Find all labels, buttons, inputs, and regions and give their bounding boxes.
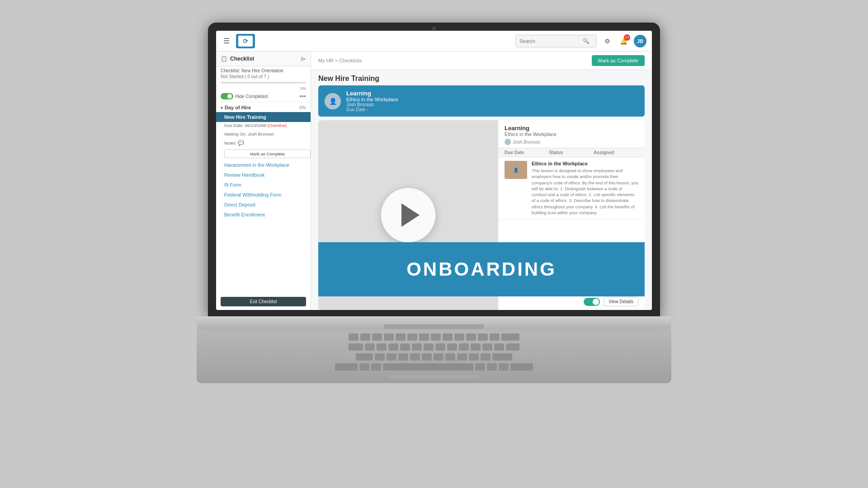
spacebar-key — [383, 363, 473, 371]
hamburger-menu[interactable]: ☰ — [222, 35, 231, 47]
key — [457, 353, 467, 361]
item-label-review-handbook: Review Handbook — [224, 172, 264, 178]
mark-as-complete-button[interactable]: Mark as Complete — [592, 55, 645, 66]
key — [412, 343, 422, 351]
page-title: New Hire Training — [311, 70, 652, 85]
item-detail-notes: Notes: 💬 — [216, 139, 311, 149]
sidebar-item-benefit-enrollment[interactable]: Benefit Enrollment — [216, 210, 311, 220]
avatar-placeholder: 👤 — [325, 93, 341, 109]
key — [375, 353, 385, 361]
key — [396, 333, 406, 341]
key — [443, 333, 453, 341]
breadcrumb-checklists[interactable]: Checklists — [339, 58, 362, 63]
user-dot-icon — [505, 139, 511, 145]
key — [445, 353, 455, 361]
exit-checklist-button[interactable]: Exit Checklist — [221, 297, 306, 306]
toggle-oval[interactable] — [221, 93, 233, 99]
key — [359, 363, 369, 371]
item-label-federal-withholding: Federal Withholding Form — [224, 192, 282, 197]
sidebar-item-i9-form[interactable]: I9 Form — [216, 180, 311, 190]
key — [407, 333, 417, 341]
keyboard-row-2 — [349, 343, 519, 351]
laptop-shell: ☰ ⟳ 🔍 ⚙ 🔔 — [197, 23, 671, 465]
checklist-doc-icon: 📋 — [221, 56, 227, 62]
app-body: 📋 Checklist ⊳ Checklist: New Hire Orient… — [216, 52, 652, 310]
breadcrumb-my-hr[interactable]: My HR — [318, 58, 334, 63]
search-icon: 🔍 — [583, 38, 590, 44]
key — [435, 343, 445, 351]
key — [387, 353, 396, 361]
item-detail-waiting-on: Waiting On: Josh Bronson — [216, 131, 311, 139]
notification-icon[interactable]: 🔔 13 — [618, 35, 629, 47]
item-label-harassment: Harassment in the Workplace — [224, 162, 289, 168]
right-table-header: Due Date Status Assigned — [498, 148, 645, 157]
play-circle[interactable] — [381, 188, 435, 242]
key — [360, 333, 370, 341]
learning-type: Learning — [346, 90, 398, 97]
section-chevron-icon: ▾ — [221, 105, 223, 110]
camera — [432, 27, 436, 30]
section-header-day-of-hire[interactable]: ▾ Day of Hire 0% — [216, 102, 311, 112]
more-options-button[interactable]: ••• — [299, 93, 306, 100]
sidebar-item-federal-withholding[interactable]: Federal Withholding Form — [216, 190, 311, 200]
key — [466, 333, 476, 341]
laptop-base — [197, 316, 671, 329]
key — [384, 333, 394, 341]
overdue-text: (Overdue) — [268, 123, 287, 128]
course-desc: This lesson is designed to show employee… — [532, 168, 638, 216]
notes-label: Notes: — [224, 141, 236, 145]
key — [424, 343, 434, 351]
key — [506, 343, 519, 351]
key — [494, 343, 504, 351]
learning-info: Learning Ethics in the Workplace Josh Br… — [346, 90, 398, 112]
sidebar-title-row: 📋 Checklist — [221, 56, 254, 62]
key — [490, 333, 500, 341]
sidebar-header: 📋 Checklist ⊳ — [216, 52, 311, 66]
notes-icon[interactable]: 💬 — [238, 140, 244, 145]
search-box[interactable]: 🔍 — [515, 35, 597, 47]
header-icons: ⚙ 🔔 13 JB — [601, 35, 646, 47]
key — [471, 343, 481, 351]
right-user-name: Josh Bronson — [513, 140, 540, 145]
user-avatar[interactable]: JB — [634, 35, 646, 47]
key — [475, 363, 485, 371]
right-panel-title: Learning — [505, 125, 638, 131]
sidebar-item-direct-deposit[interactable]: Direct Deposit — [216, 200, 311, 210]
key — [372, 333, 382, 341]
touchpad[interactable] — [389, 375, 479, 379]
sidebar-item-harassment[interactable]: Harassment in the Workplace — [216, 160, 311, 170]
due-date-text: Due Date: 06/10/1998 — [224, 123, 266, 128]
key — [501, 333, 519, 341]
view-details-button[interactable]: View Details — [604, 297, 638, 306]
section-pct: 0% — [300, 105, 306, 110]
item-label-i9-form: I9 Form — [224, 182, 241, 188]
hide-completed-label: Hide Completed — [235, 94, 268, 99]
col-status-header: Status — [549, 150, 594, 155]
search-input[interactable] — [519, 38, 583, 44]
learning-card[interactable]: 👤 Learning Ethics in the Workplace Josh … — [318, 85, 645, 117]
breadcrumb-separator: > — [335, 58, 339, 63]
bottom-toggle[interactable] — [584, 298, 600, 306]
learning-due: Due Date - — [346, 107, 398, 112]
hide-completed-toggle[interactable]: Hide Completed — [221, 93, 268, 99]
key — [434, 353, 443, 361]
key — [454, 333, 464, 341]
sidebar-collapse-button[interactable]: ⊳ — [301, 55, 306, 62]
col-assigned-header: Assigned — [594, 150, 638, 155]
key — [482, 343, 492, 351]
sidebar-item-review-handbook[interactable]: Review Handbook — [216, 170, 311, 180]
key — [431, 333, 441, 341]
main-toolbar: My HR > Checklists Mark as Complete — [311, 52, 652, 70]
learning-user: Josh Bronson — [346, 102, 398, 107]
play-icon — [401, 203, 420, 227]
sidebar-item-new-hire-training[interactable]: New Hire Training — [216, 112, 311, 122]
course-name: Ethics in the Workplace — [532, 161, 638, 166]
key — [492, 353, 512, 361]
notification-badge: 13 — [624, 34, 630, 41]
settings-icon[interactable]: ⚙ — [601, 35, 613, 47]
checklist-name: Checklist: New Hire Orientation — [216, 66, 311, 74]
app-logo[interactable]: ⟳ — [236, 34, 255, 48]
mark-complete-button-sidebar[interactable]: Mark as Complete — [224, 150, 311, 158]
main-panel: My HR > Checklists Mark as Complete New … — [311, 52, 652, 310]
key — [499, 363, 509, 371]
